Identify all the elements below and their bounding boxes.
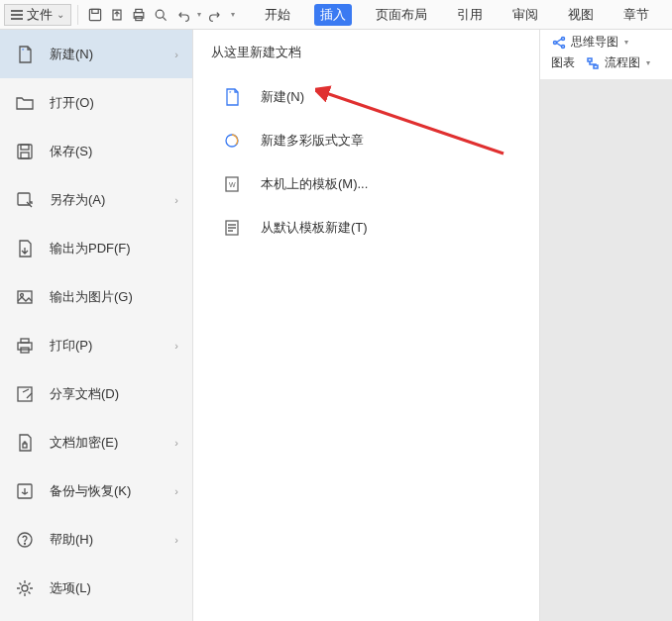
svg-rect-9 [588,58,592,61]
menu-new[interactable]: * 新建(N) › [0,30,192,78]
tab-insert[interactable]: 插入 [314,4,352,26]
submenu-new-color-label: 新建多彩版式文章 [261,132,364,150]
svg-rect-21 [18,387,32,401]
svg-rect-13 [21,145,29,150]
template-icon: W [221,173,243,195]
menu-save[interactable]: 保存(S) [0,127,192,175]
menu-save-as[interactable]: 另存为(A) › [0,175,192,224]
separator [77,5,78,25]
qat-caret-icon[interactable]: ▾ [231,10,235,19]
menu-new-label: 新建(N) [50,46,93,63]
svg-point-17 [21,293,24,296]
svg-rect-1 [92,9,98,13]
svg-rect-12 [18,145,32,158]
menu-options[interactable]: 选项(L) [0,564,192,612]
help-icon [14,529,36,551]
menu-share[interactable]: 分享文档(D) [0,369,192,418]
submenu-arrow-icon: › [174,340,178,352]
menu-encrypt-label: 文档加密(E) [50,434,118,452]
color-doc-icon [221,130,243,152]
caret-icon: ▾ [646,58,650,67]
svg-point-26 [22,585,28,591]
svg-rect-19 [21,339,29,343]
svg-rect-14 [21,153,29,158]
undo-caret-icon[interactable]: ▾ [197,10,201,19]
submenu-local-template-label: 本机上的模板(M)... [261,175,368,193]
new-file-icon: * [14,44,36,65]
svg-rect-18 [18,343,32,350]
file-menu-button[interactable]: 文件 ⌄ [4,4,71,26]
backup-icon [14,480,36,502]
menu-export-image-label: 输出为图片(G) [50,288,133,306]
svg-rect-22 [23,444,27,448]
menu-help[interactable]: 帮助(H) › [0,515,192,564]
submenu-arrow-icon: › [174,485,178,497]
save-as-icon [14,189,36,211]
menu-print[interactable]: 打印(P) › [0,321,192,369]
ribbon-flowchart[interactable]: 流程图 ▾ [585,54,650,71]
svg-rect-10 [594,65,598,68]
menu-open-label: 打开(O) [50,94,94,112]
flowchart-icon [585,55,601,71]
menu-encrypt[interactable]: 文档加密(E) › [0,418,192,466]
mindmap-icon [551,35,567,51]
tab-view[interactable]: 视图 [562,4,600,26]
submenu-arrow-icon: › [174,534,178,546]
svg-point-25 [25,543,26,544]
hamburger-icon [11,10,23,20]
ribbon-fragment: 思维导图 ▾ 图表 流程图 ▾ [543,30,672,79]
ribbon-tabs: 开始 插入 页面布局 引用 审阅 视图 章节 [259,4,655,26]
menu-export-image[interactable]: 输出为图片(G) [0,272,192,321]
print-icon[interactable] [128,4,150,26]
svg-rect-16 [18,291,32,303]
lock-icon [14,432,36,454]
file-label: 文件 [27,6,53,24]
undo-icon[interactable] [171,4,193,26]
redo-icon[interactable] [205,4,227,26]
export-icon[interactable] [106,4,128,26]
ribbon-flowchart-label: 流程图 [605,54,640,71]
menu-backup[interactable]: 备份与恢复(K) › [0,466,192,515]
menu-save-as-label: 另存为(A) [50,191,105,209]
blank-doc-icon: * [221,86,243,108]
ribbon-chart[interactable]: 图表 [551,54,575,71]
gear-icon [14,577,36,599]
svg-rect-0 [89,9,100,20]
menu-save-label: 保存(S) [50,143,92,160]
submenu-arrow-icon: › [174,49,178,60]
submenu-title: 从这里新建文档 [193,44,539,75]
svg-text:*: * [22,48,25,53]
new-submenu-panel: 从这里新建文档 * 新建(N) 新建多彩版式文章 W 本机上的模板(M)... … [193,30,540,621]
menu-print-label: 打印(P) [50,337,92,355]
tab-chapter[interactable]: 章节 [617,4,655,26]
ribbon-mindmap-label: 思维导图 [571,34,618,51]
submenu-new-color[interactable]: 新建多彩版式文章 [193,119,539,162]
tab-layout[interactable]: 页面布局 [370,4,433,26]
menu-share-label: 分享文档(D) [50,385,119,403]
submenu-default-template[interactable]: 从默认模板新建(T) [193,206,539,250]
tab-start[interactable]: 开始 [259,4,296,26]
image-icon [14,286,36,308]
submenu-new-blank[interactable]: * 新建(N) [193,75,539,119]
svg-text:W: W [229,181,236,188]
ribbon-chart-label: 图表 [551,54,575,71]
menu-export-pdf[interactable]: 输出为PDF(F) [0,224,192,272]
save-icon[interactable] [84,4,106,26]
pdf-icon [14,238,36,259]
share-icon [14,383,36,405]
svg-point-5 [156,10,164,18]
tab-review[interactable]: 审阅 [506,4,544,26]
folder-icon [14,92,36,114]
save-icon [14,141,36,162]
submenu-local-template[interactable]: W 本机上的模板(M)... [193,162,539,206]
menu-open[interactable]: 打开(O) [0,78,192,127]
submenu-arrow-icon: › [174,194,178,206]
chevron-down-icon: ⌄ [56,9,64,20]
printer-icon [14,335,36,357]
menu-help-label: 帮助(H) [50,531,93,549]
caret-icon: ▾ [624,38,628,47]
ribbon-mindmap[interactable]: 思维导图 ▾ [551,34,628,51]
preview-icon[interactable] [150,4,171,26]
svg-text:*: * [229,90,232,96]
tab-reference[interactable]: 引用 [451,4,489,26]
